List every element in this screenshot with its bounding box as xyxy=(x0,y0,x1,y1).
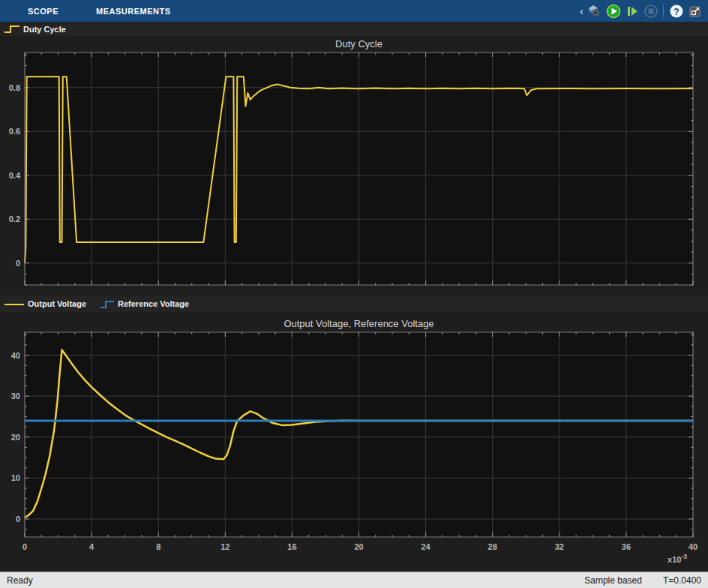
x-axis-scale-label: x10-3 xyxy=(668,553,687,564)
chart-title: Output Voltage, Reference Voltage xyxy=(284,318,434,329)
toolstrip-collapse-icon[interactable]: ‹ xyxy=(580,5,584,16)
line-icon xyxy=(4,299,25,309)
toolstrip-quick-actions: ‹ xyxy=(580,0,704,22)
duty-cycle-chart[interactable]: 00.20.40.60.8Duty Cycle xyxy=(0,36,708,296)
tab-measurements[interactable]: MEASUREMENTS xyxy=(96,7,171,16)
simulation-settings-button[interactable] xyxy=(585,2,604,20)
status-sample-mode: Sample based xyxy=(584,575,642,586)
y-axis-tick-label: 0 xyxy=(16,259,20,268)
y-axis-tick-label: 0 xyxy=(16,514,20,524)
run-icon xyxy=(606,4,621,19)
x-axis-tick-label: 12 xyxy=(220,542,230,551)
tab-scope[interactable]: SCOPE xyxy=(28,7,58,16)
y-axis-tick-label: 0.4 xyxy=(9,171,21,180)
legend-label: Duty Cycle xyxy=(23,25,66,34)
status-sim-time: T=0.0400 xyxy=(663,575,701,586)
legend-label: Output Voltage xyxy=(28,299,86,308)
voltage-chart[interactable]: 0102030400481216202428323640x10-3Output … xyxy=(0,312,708,572)
run-button[interactable] xyxy=(604,2,622,20)
step-forward-icon xyxy=(625,4,640,19)
chart-title: Duty Cycle xyxy=(335,38,382,50)
toolstrip-tabs: SCOPE MEASUREMENTS xyxy=(0,7,208,16)
status-message: Ready xyxy=(7,575,33,586)
legend-item-duty-cycle[interactable]: Duty Cycle xyxy=(4,24,66,34)
toolstrip: SCOPE MEASUREMENTS ‹ xyxy=(0,0,708,22)
x-axis-tick-label: 4 xyxy=(89,542,94,551)
svg-text:?: ? xyxy=(674,6,679,16)
stop-button[interactable] xyxy=(641,2,660,20)
x-axis-tick-label: 36 xyxy=(622,542,631,551)
legend-item-reference-voltage[interactable]: Reference Voltage xyxy=(100,299,189,309)
stop-icon xyxy=(644,4,658,19)
toolbar-separator xyxy=(663,4,664,17)
y-axis-tick-label: 10 xyxy=(11,473,20,482)
x-axis-tick-label: 8 xyxy=(156,542,160,551)
x-axis-tick-label: 28 xyxy=(488,542,497,551)
help-icon: ? xyxy=(669,4,684,19)
legend-label: Reference Voltage xyxy=(118,299,189,308)
help-button[interactable]: ? xyxy=(667,2,686,20)
step-line-icon xyxy=(100,299,115,309)
y-axis-tick-label: 40 xyxy=(11,351,20,360)
y-axis-tick-label: 20 xyxy=(11,433,20,442)
x-axis-tick-label: 32 xyxy=(555,542,564,551)
legend-bar-1: Duty Cycle xyxy=(0,22,708,36)
legend-bar-2: Output Voltage Reference Voltage xyxy=(0,296,708,312)
x-axis-tick-label: 16 xyxy=(287,542,296,551)
x-axis-tick-label: 24 xyxy=(421,542,430,551)
x-axis-tick-label: 20 xyxy=(354,542,363,551)
step-forward-button[interactable] xyxy=(622,2,641,20)
undock-button[interactable] xyxy=(686,2,704,20)
status-bar: Ready Sample based T=0.0400 xyxy=(0,572,708,588)
y-axis-tick-label: 30 xyxy=(11,392,20,400)
y-axis-tick-label: 0.6 xyxy=(9,127,20,136)
step-line-icon xyxy=(4,24,20,34)
simulation-settings-icon xyxy=(587,4,602,19)
x-axis-tick-label: 40 xyxy=(688,542,698,551)
scope-window: SCOPE MEASUREMENTS ‹ xyxy=(0,0,708,588)
undock-icon xyxy=(688,4,703,19)
y-axis-tick-label: 0.8 xyxy=(9,83,20,92)
x-axis-tick-label: 0 xyxy=(22,542,27,551)
y-axis-tick-label: 0.2 xyxy=(9,214,20,224)
legend-item-output-voltage[interactable]: Output Voltage xyxy=(4,299,86,309)
